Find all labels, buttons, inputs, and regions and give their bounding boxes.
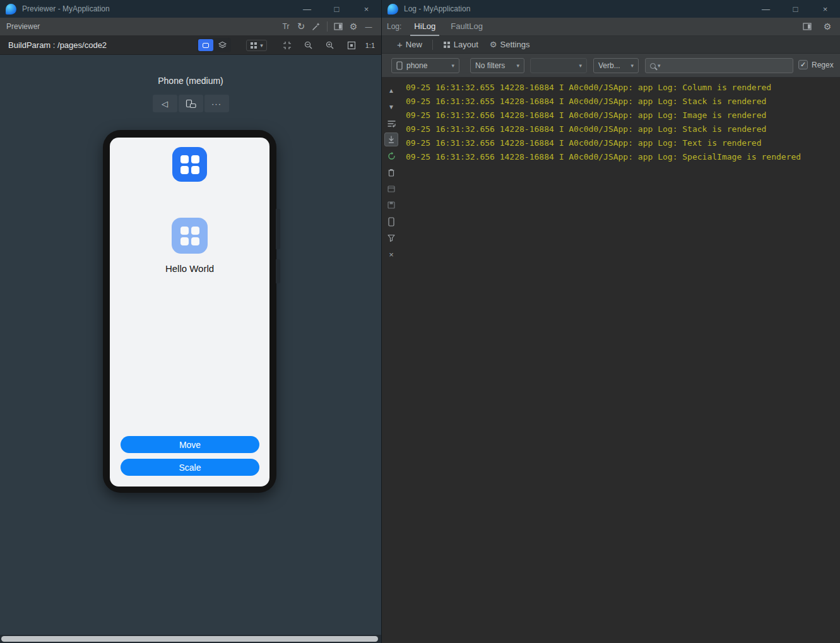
volume-button — [276, 209, 280, 249]
scroll-down-icon[interactable]: ▼ — [384, 100, 398, 114]
tab-hilog[interactable]: HiLog — [410, 18, 439, 36]
log-level-value: Verb... — [598, 61, 620, 70]
zoom-out-icon[interactable] — [301, 38, 316, 52]
archive-icon[interactable] — [384, 182, 398, 196]
log-line[interactable]: 09-25 16:31:32.656 14228-16884 I A0c0d0/… — [406, 136, 837, 150]
rotate-icon — [186, 99, 196, 109]
power-button — [276, 259, 280, 283]
maximize-button[interactable]: □ — [781, 0, 810, 18]
text-tool-icon[interactable]: Tr — [278, 20, 293, 33]
log-line[interactable]: 09-25 16:31:32.656 14228-16884 I A0c0d0/… — [406, 122, 837, 136]
filter-select-value: No filters — [475, 61, 505, 70]
phone-glyph — [388, 217, 394, 227]
back-button[interactable]: ◁ — [153, 95, 177, 112]
layout-label: Layout — [454, 40, 478, 49]
fit-icon — [346, 40, 357, 50]
zoom-ratio-button[interactable]: 1:1 — [365, 42, 375, 49]
phone-icon — [396, 61, 403, 70]
device-select[interactable]: phone ▾ — [391, 58, 459, 73]
settings-button[interactable]: ⚙ Settings — [486, 40, 534, 49]
tab-faultlog[interactable]: FaultLog — [447, 18, 487, 36]
log-level-select[interactable]: Verb... ▾ — [593, 58, 639, 73]
log-gutter-toolbar: ▲ ▼ — [382, 78, 401, 643]
settings-label: Settings — [500, 40, 529, 49]
previewer-window: Previewer - MyApplication — □ × Previewe… — [0, 0, 382, 643]
build-param-bar: BuildParam : /pages/code2 ▾ — [0, 36, 381, 55]
deveco-logo-icon — [387, 4, 398, 15]
log-line[interactable]: 09-25 16:31:32.656 14228-16884 I A0c0d0/… — [406, 150, 837, 164]
scale-button[interactable]: Scale — [121, 459, 259, 476]
log-line[interactable]: 09-25 16:31:32.656 14228-16884 I A0c0d0/… — [406, 109, 837, 122]
move-button[interactable]: Move — [121, 436, 259, 453]
regex-option: ✓ Regex — [798, 60, 834, 69]
log-line[interactable]: 09-25 16:31:32.655 14228-16884 I A0c0d0/… — [406, 81, 837, 95]
regex-label: Regex — [812, 61, 834, 69]
scroll-to-end-icon[interactable] — [384, 133, 398, 146]
chevron-down-icon: ▾ — [630, 62, 634, 69]
device-label: Phone (medium) — [0, 76, 381, 86]
grid-caret-icon: ▾ — [260, 42, 263, 49]
fit-screen-icon[interactable] — [344, 38, 359, 52]
trash-glyph — [387, 168, 396, 177]
regex-checkbox[interactable]: ✓ — [798, 60, 808, 69]
restart-session-icon[interactable] — [384, 149, 398, 163]
log-tab-bar: Log: HiLog FaultLog ⚙ — [382, 18, 840, 36]
maximize-button[interactable]: □ — [322, 0, 352, 18]
log-titlebar: Log - MyApplication — □ × — [382, 0, 840, 18]
clear-log-icon[interactable] — [384, 165, 398, 179]
minimize-button[interactable]: — — [292, 0, 322, 18]
layers-toggle[interactable] — [215, 39, 230, 51]
layout-button[interactable]: Layout — [439, 40, 482, 49]
settings-gear-icon[interactable]: ⚙ — [820, 20, 835, 33]
process-select[interactable]: ▾ — [530, 58, 587, 73]
component-preview-toggle[interactable] — [198, 39, 213, 51]
zoom-in-icon[interactable] — [322, 38, 338, 52]
frame-select-icon[interactable] — [280, 38, 295, 52]
inspect-wand-icon[interactable] — [309, 20, 324, 33]
layers-icon — [218, 40, 227, 50]
crop-frame-icon — [282, 40, 292, 50]
app-icon — [172, 147, 207, 182]
panel-layout-icon[interactable] — [331, 20, 346, 33]
soft-wrap-icon[interactable] — [384, 116, 398, 130]
hide-panel-icon[interactable]: — — [361, 20, 376, 33]
archive-glyph — [387, 184, 396, 193]
more-options-button[interactable]: ··· — [204, 95, 229, 112]
panel-icon — [802, 21, 812, 32]
grid-view-button[interactable]: ▾ — [246, 40, 267, 51]
save-log-icon[interactable] — [384, 198, 398, 212]
app-image-faded[interactable] — [172, 218, 208, 254]
previewer-window-title: Previewer - MyApplication — [22, 4, 110, 13]
filter-icon[interactable] — [384, 231, 398, 245]
log-line[interactable]: 09-25 16:31:32.655 14228-16884 I A0c0d0/… — [406, 95, 837, 109]
app-image-glyph — [172, 218, 208, 254]
deveco-logo-icon — [6, 4, 16, 15]
close-button[interactable]: × — [352, 0, 381, 18]
minimize-button[interactable]: — — [751, 0, 781, 18]
panel-layout-icon[interactable] — [800, 20, 815, 33]
new-label: New — [406, 40, 422, 49]
magnifier-minus-icon — [304, 40, 314, 50]
magnifier-plus-icon — [325, 40, 335, 50]
scroll-up-icon[interactable]: ▲ — [384, 83, 398, 97]
wand-icon — [311, 21, 321, 32]
filter-select[interactable]: No filters ▾ — [470, 58, 524, 73]
tabbar-right-icons: ⚙ — [800, 20, 835, 33]
horizontal-scrollbar-track[interactable] — [0, 635, 381, 643]
build-param-text: BuildParam : /pages/code2 — [8, 40, 107, 50]
horizontal-scrollbar-thumb[interactable] — [1, 636, 378, 642]
rotate-device-button[interactable] — [179, 95, 203, 112]
restart-glyph — [387, 151, 396, 161]
hello-world-text: Hello World — [110, 263, 269, 274]
close-panel-icon[interactable]: × — [384, 247, 398, 261]
refresh-icon[interactable]: ↻ — [293, 20, 309, 33]
settings-gear-icon[interactable]: ⚙ — [346, 20, 361, 33]
search-input[interactable]: ▾ — [645, 58, 793, 73]
new-button[interactable]: + New — [393, 39, 426, 50]
log-filter-bar: phone ▾ No filters ▾ ▾ Verb... ▾ ▾ ✓ Reg… — [382, 54, 840, 78]
close-button[interactable]: × — [810, 0, 840, 18]
app-icon-glyph — [172, 147, 207, 182]
chevron-down-icon: ▾ — [451, 62, 454, 69]
previewer-toolbar-label: Previewer — [6, 22, 40, 31]
device-log-icon[interactable] — [384, 215, 398, 228]
